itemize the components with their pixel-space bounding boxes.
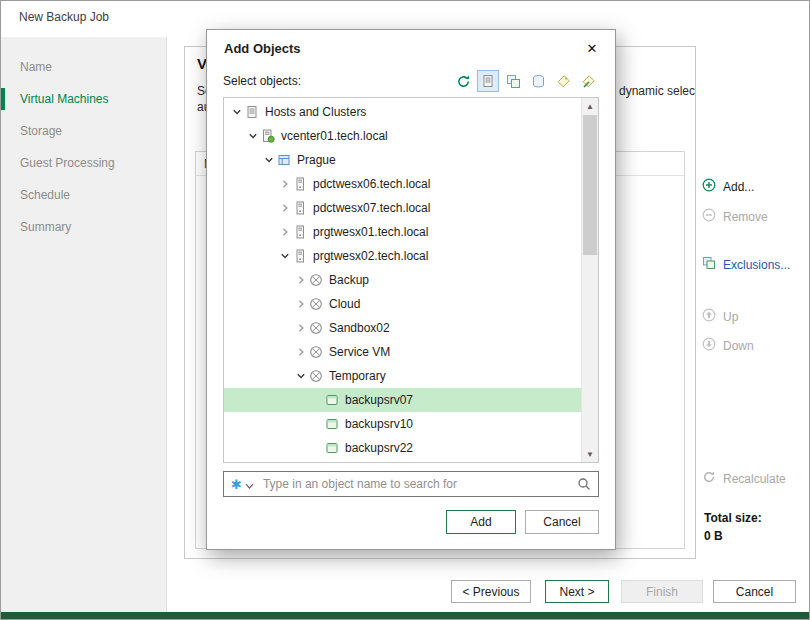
tree-scrollbar[interactable]: ▲ ▼ [581,98,598,462]
tree-row-label: prgtwesx01.tech.local [313,225,428,239]
view-hosts-clusters-icon[interactable] [477,70,499,92]
tree-row-label: backupsrv10 [345,417,413,431]
chevron-down-icon[interactable] [245,480,254,492]
object-tree: Hosts and Clustersvcenter01.tech.localPr… [223,97,599,463]
search-icon[interactable] [577,477,591,493]
circle-plus-icon [702,178,716,195]
search-box: ✱ [223,471,599,497]
dialog-body: Select objects: Hosts and Clustersvcente… [207,66,615,549]
chevron-right-icon[interactable] [277,227,292,237]
chevron-right-icon[interactable] [293,299,308,309]
tree-row-label: pdctwesx06.tech.local [313,177,430,191]
previous-button[interactable]: < Previous [451,580,531,603]
esx-host-icon [292,201,308,215]
tree-row[interactable]: Sandbox02 [224,316,581,340]
tree-row[interactable]: Backup [224,268,581,292]
remove-button[interactable]: Remove [702,208,768,225]
tree-row-label: Hosts and Clusters [265,105,366,119]
scroll-up-icon[interactable]: ▲ [582,98,598,114]
dialog-buttons: Add Cancel [223,510,599,534]
filter-star-icon[interactable]: ✱ [231,478,242,491]
finish-button: Finish [621,580,703,603]
down-label: Down [723,339,754,353]
wizard-steps: NameVirtual MachinesStorageGuest Process… [1,37,167,612]
new-backup-job-window: New Backup Job NameVirtual MachinesStora… [0,0,810,620]
sidebar-item-schedule[interactable]: Schedule [1,179,166,211]
up-button[interactable]: Up [702,308,738,325]
chevron-right-icon[interactable] [293,347,308,357]
tree-row[interactable]: backupsrv10 [224,412,581,436]
tree-row-label: Backup [329,273,369,287]
chevron-right-icon[interactable] [277,203,292,213]
tree-row-label: backupsrv07 [345,393,413,407]
tree-row[interactable]: Temporary [224,364,581,388]
exclusions-icon [702,256,716,273]
hosts-clusters-icon [244,105,260,119]
resource-pool-icon [308,369,324,383]
chevron-down-icon[interactable] [293,371,308,381]
vm-icon [324,393,340,407]
arrow-down-icon [702,337,716,354]
chevron-down-icon[interactable] [261,155,276,165]
tree-row[interactable]: Cloud [224,292,581,316]
object-search-input[interactable] [263,477,571,491]
add-label: Add... [723,180,754,194]
chevron-right-icon[interactable] [293,323,308,333]
view-vm-folders-icon[interactable] [577,70,599,92]
tree-row[interactable]: vcenter01.tech.local [224,124,581,148]
cancel-button[interactable]: Cancel [713,580,796,603]
view-tags-icon[interactable] [552,70,574,92]
chevron-down-icon[interactable] [229,107,244,117]
sidebar-item-summary[interactable]: Summary [1,211,166,243]
add-button[interactable]: Add... [702,178,754,195]
tree-row[interactable]: prgtwesx02.tech.local [224,244,581,268]
sidebar-item-virtual-machines[interactable]: Virtual Machines [1,83,166,115]
select-objects-row: Select objects: [223,68,599,94]
sidebar-item-storage[interactable]: Storage [1,115,166,147]
view-datastores-icon[interactable] [527,70,549,92]
vcenter-icon [260,129,276,143]
total-size-value: 0 B [704,529,723,543]
resource-pool-icon [308,345,324,359]
select-objects-label: Select objects: [223,74,452,88]
tree-row[interactable]: Service VM [224,340,581,364]
description-text-right-1: dynamic selection that [619,84,696,98]
sidebar-item-name[interactable]: Name [1,51,166,83]
tree-row[interactable]: pdctwesx07.tech.local [224,196,581,220]
tree-row[interactable]: backupsrv07 [224,388,581,412]
exclusions-button[interactable]: Exclusions... [702,256,790,273]
down-button[interactable]: Down [702,337,754,354]
chevron-right-icon[interactable] [277,179,292,189]
chevron-down-icon[interactable] [245,131,260,141]
cancel-button[interactable]: Cancel [525,510,599,534]
tree-row[interactable]: prgtwesx01.tech.local [224,220,581,244]
tree-row-label: Service VM [329,345,390,359]
tree-row-label: vcenter01.tech.local [281,129,388,143]
chevron-down-icon[interactable] [277,251,292,261]
tree-row-label: Prague [297,153,336,167]
total-size-label: Total size: [704,511,762,525]
tree-row[interactable]: pdctwesx06.tech.local [224,172,581,196]
recalculate-button[interactable]: Recalculate [702,470,786,487]
arrow-up-icon [702,308,716,325]
refresh-gray-icon [702,470,716,487]
refresh-icon[interactable] [452,70,474,92]
next-button[interactable]: Next > [545,580,609,603]
tree-row[interactable]: backupsrv22 [224,436,581,460]
scrollbar-thumb[interactable] [583,115,597,255]
object-tree-rows: Hosts and Clustersvcenter01.tech.localPr… [224,100,581,460]
recalculate-label: Recalculate [723,472,786,486]
tree-row[interactable]: Hosts and Clusters [224,100,581,124]
up-label: Up [723,310,738,324]
add-button[interactable]: Add [446,510,516,534]
tree-row[interactable]: Prague [224,148,581,172]
tree-row-label: backupsrv22 [345,441,413,455]
chevron-right-icon[interactable] [293,275,308,285]
tree-row-label: Cloud [329,297,360,311]
resource-pool-icon [308,297,324,311]
view-vms-templates-icon[interactable] [502,70,524,92]
window-accent-bar [1,612,809,619]
close-icon[interactable]: ✕ [581,41,603,56]
sidebar-item-guest-processing[interactable]: Guest Processing [1,147,166,179]
scroll-down-icon[interactable]: ▼ [582,446,598,462]
